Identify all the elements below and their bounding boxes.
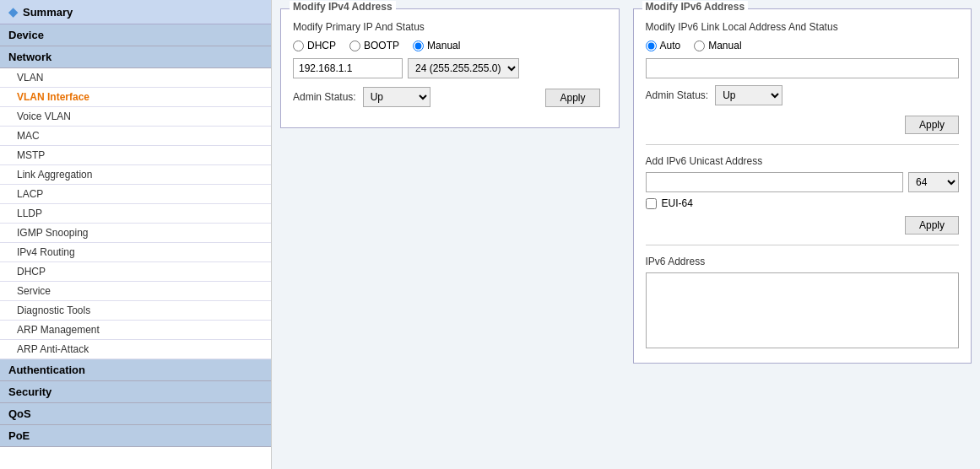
ip-address-input[interactable] [293,58,403,78]
ipv6-link-local-input[interactable] [646,58,960,78]
sidebar-category-security[interactable]: Security [0,381,271,403]
radio-dhcp[interactable] [293,40,304,51]
radio-dhcp-label[interactable]: DHCP [293,40,336,51]
sidebar-item-lacp[interactable]: LACP [0,185,271,204]
ipv6-address-textarea[interactable] [646,272,960,348]
radio-auto-label[interactable]: Auto [646,40,681,51]
eui64-label: EUI-64 [662,197,693,209]
unicast-address-input[interactable] [646,172,904,192]
sidebar-category-qos[interactable]: QoS [0,403,271,425]
sidebar-item-mstp[interactable]: MSTP [0,146,271,165]
sidebar-category-authentication[interactable]: Authentication [0,359,271,381]
ipv4-admin-status-row: Admin Status: Up Down Apply [293,87,607,107]
ipv6-apply-button-1[interactable]: Apply [905,116,959,134]
ipv6-admin-status-select[interactable]: Up Down [715,85,782,105]
mask-select[interactable]: 24 (255.255.255.0) [408,58,519,78]
ipv4-admin-status-select[interactable]: Up Down [363,87,430,107]
sidebar-item-link-aggregation[interactable]: Link Aggregation [0,165,271,185]
sidebar-item-vlan[interactable]: VLAN [0,68,271,88]
prefix-select[interactable]: 64 [908,172,959,192]
ipv6-apply-button-2[interactable]: Apply [905,216,959,234]
eui64-row: EUI-64 [646,197,960,209]
sidebar-item-mac[interactable]: MAC [0,127,271,146]
sidebar-summary-label: Summary [23,6,73,19]
ipv4-apply-button[interactable]: Apply [545,89,599,107]
sidebar-category-network[interactable]: Network [0,46,271,68]
ipv6-panel-subtitle: Modify IPv6 Link Local Address And Statu… [646,21,960,33]
sidebar-summary[interactable]: ◆ Summary [0,0,271,24]
radio-manual[interactable] [413,40,424,51]
divider-1 [646,144,960,145]
add-unicast-title: Add IPv6 Unicast Address [646,155,960,167]
radio-ipv6-manual-label[interactable]: Manual [694,40,741,51]
sidebar-item-igmp-snooping[interactable]: IGMP Snooping [0,224,271,243]
radio-ipv6-manual[interactable] [694,40,705,51]
ipv4-panel-subtitle: Modify Primary IP And Status [293,21,607,33]
radio-bootp-label[interactable]: BOOTP [349,40,399,51]
sidebar-item-diagnostic-tools[interactable]: Diagnostic Tools [0,301,271,321]
radio-ipv6-auto[interactable] [646,40,657,51]
ipv4-mode-group: DHCP BOOTP Manual [293,40,607,51]
sidebar-item-arp-management[interactable]: ARP Management [0,321,271,340]
ip-address-row: 24 (255.255.255.0) [293,58,607,78]
sidebar-item-service[interactable]: Service [0,282,271,301]
sidebar-category-device[interactable]: Device [0,24,271,46]
sidebar-item-ipv4-routing[interactable]: IPv4 Routing [0,243,271,262]
main-content: Modify IPv4 Address Modify Primary IP An… [272,0,980,469]
eui64-checkbox[interactable] [646,198,657,209]
device-label: Device [8,29,44,41]
sidebar-item-lldp[interactable]: LLDP [0,204,271,224]
ipv6-admin-status-label: Admin Status: [646,89,709,101]
ipv4-admin-status-label: Admin Status: [293,91,356,103]
network-label: Network [8,51,51,63]
ipv6-admin-status-row: Admin Status: Up Down [646,85,960,105]
sidebar-item-arp-anti-attack[interactable]: ARP Anti-Attack [0,340,271,359]
ipv6-panel-title: Modify IPv6 Address [642,1,749,13]
ipv4-panel-title: Modify IPv4 Address [290,1,396,13]
radio-manual-label[interactable]: Manual [413,40,460,51]
sidebar: ◆ Summary Device Network VLAN VLAN Inter… [0,0,272,469]
sidebar-category-poe[interactable]: PoE [0,425,271,447]
ipv6-panel: Modify IPv6 Address Modify IPv6 Link Loc… [633,8,972,364]
sidebar-item-dhcp[interactable]: DHCP [0,262,271,282]
ipv4-panel: Modify IPv4 Address Modify Primary IP An… [280,8,620,128]
radio-bootp[interactable] [349,40,360,51]
divider-2 [646,245,960,245]
diamond-icon: ◆ [8,5,18,19]
sidebar-item-vlan-interface[interactable]: VLAN Interface [0,88,271,107]
ipv6-mode-group: Auto Manual [646,40,960,51]
sidebar-item-voice-vlan[interactable]: Voice VLAN [0,107,271,127]
ipv6-address-title: IPv6 Address [646,256,960,267]
unicast-row: 64 [646,172,960,192]
